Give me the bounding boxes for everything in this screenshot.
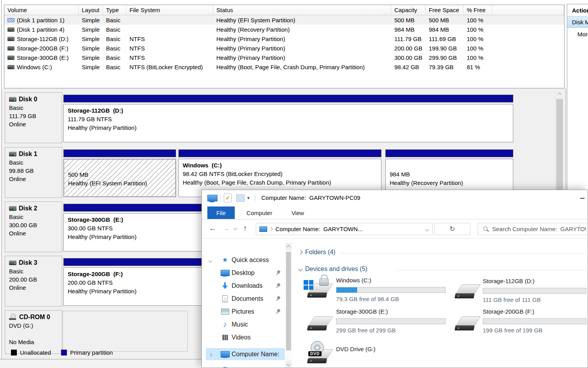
- tab-file[interactable]: File: [207, 206, 235, 219]
- sidebar-item-videos[interactable]: Videos: [202, 331, 285, 343]
- refresh-button[interactable]: ↻: [434, 223, 470, 235]
- tab-computer[interactable]: Computer: [240, 206, 279, 219]
- recent-locations-dropdown-icon[interactable]: [234, 226, 237, 230]
- disk-header-disk3[interactable]: Disk 3 Basic 200.00 GB Online: [5, 256, 62, 307]
- volume-row[interactable]: Storage-112GB (D:) Simple Basic NTFS Hea…: [4, 34, 564, 43]
- up-button[interactable]: ↑: [243, 224, 247, 233]
- partition-info: 500 MB Healthy (EFI System Partition): [63, 159, 176, 197]
- volume-fs: [126, 25, 213, 34]
- column-header-capacity[interactable]: Capacity: [391, 5, 426, 15]
- separator: [220, 195, 220, 201]
- disk-icon: [9, 260, 16, 265]
- sidebar-item-desktop[interactable]: Desktop: [202, 267, 285, 279]
- back-button[interactable]: ←: [209, 224, 216, 233]
- disk-header-cdrom0[interactable]: CD-ROM 0 DVD (G:) No Media: [5, 310, 62, 354]
- bitlocker-lock-icon: [319, 278, 329, 286]
- disk-header-disk2[interactable]: Disk 2 Basic 300.00 GB Online: [5, 201, 62, 252]
- this-pc-icon[interactable]: [207, 195, 218, 201]
- cdrom-media-area[interactable]: [63, 311, 188, 352]
- disk-type: Basic: [9, 213, 59, 221]
- chevron-right-icon: [298, 250, 302, 254]
- volume-pct-free: 100 %: [464, 34, 492, 43]
- title-bar[interactable]: ✓ ▾ Computer Name: GARYTOWN-PC09: [202, 190, 588, 206]
- column-header-freespace[interactable]: Free Space: [426, 5, 464, 15]
- disk-header-disk1[interactable]: Disk 1 Basic 99.88 GB Online: [5, 147, 62, 198]
- volume-layout: Simple: [79, 62, 103, 72]
- column-header-type[interactable]: Type: [103, 5, 126, 15]
- column-header-volume[interactable]: Volume: [4, 5, 79, 15]
- disk-status: Online: [9, 284, 59, 292]
- sidebar-item-network-partial[interactable]: [202, 364, 285, 368]
- address-dropdown-icon[interactable]: [425, 228, 429, 232]
- scrollbar-up-button[interactable]: [556, 91, 564, 98]
- breadcrumb[interactable]: Computer Name: GARYTOWN...: [275, 226, 363, 232]
- disk-volume-icon: [7, 46, 14, 50]
- efi-volume-icon: [7, 18, 14, 22]
- volume-row[interactable]: (Disk 1 partition 1) Simple Basic Health…: [4, 15, 564, 25]
- tab-view[interactable]: View: [286, 206, 310, 219]
- disk-header-disk0[interactable]: Disk 0 Basic 111.79 GB Online: [5, 92, 62, 143]
- sidebar-scrollbar[interactable]: [285, 243, 292, 368]
- column-header-filesystem[interactable]: File System: [126, 5, 213, 15]
- group-header-folders[interactable]: Folders (4): [299, 249, 335, 256]
- partition-size: 500 MB: [68, 171, 171, 179]
- partition-storage-112gb-d[interactable]: Storage-112GB (D:) 111.79 GB NTFS Health…: [63, 95, 513, 142]
- sidebar-item-label: Downloads: [232, 282, 263, 289]
- partition-efi-system[interactable]: 500 MB Healthy (EFI System Partition): [63, 149, 176, 197]
- volume-row[interactable]: Windows (C:) Simple Basic NTFS (BitLocke…: [4, 62, 564, 72]
- this-pc-icon: [259, 226, 267, 232]
- cdrom-icon: [9, 314, 17, 320]
- volume-row[interactable]: (Disk 1 partition 4) Simple Basic Health…: [4, 25, 564, 34]
- capacity-bar: [336, 287, 446, 293]
- disk-status: Online: [9, 175, 59, 183]
- volume-layout: Simple: [79, 53, 103, 62]
- scrollbar-thumb[interactable]: [286, 252, 291, 350]
- chevron-down-icon: [298, 267, 302, 271]
- column-header-status[interactable]: Status: [213, 5, 391, 15]
- column-header-filler: [492, 5, 564, 15]
- quick-access-toolbar-dropdown-icon[interactable]: ▾: [247, 195, 250, 201]
- disk-status: Online: [9, 229, 59, 237]
- sidebar-item-downloads[interactable]: Downloads: [202, 280, 285, 292]
- column-header-pctfree[interactable]: % Free: [464, 5, 492, 15]
- group-label: Devices and drives (5): [305, 266, 367, 273]
- actions-pane-title: Actions: [567, 4, 588, 16]
- primary-partition-color-bar: [63, 95, 513, 102]
- actions-disk-management-item[interactable]: Disk Management: [567, 16, 588, 28]
- new-folder-icon[interactable]: [236, 194, 245, 202]
- group-header-devices-and-drives[interactable]: Devices and drives (5): [299, 266, 367, 273]
- scrollbar-down-button[interactable]: [285, 361, 292, 368]
- chevron-right-icon[interactable]: [209, 353, 212, 357]
- drive-name: Storage-300GB (E:): [336, 308, 388, 315]
- address-bar[interactable]: Computer Name: GARYTOWN...: [256, 223, 433, 235]
- scrollbar-up-button[interactable]: [285, 243, 292, 251]
- properties-check-icon[interactable]: ✓: [224, 194, 232, 203]
- volume-row[interactable]: Storage-200GB (F:) Simple Basic NTFS Hea…: [4, 43, 564, 53]
- sidebar-item-documents[interactable]: Documents: [202, 293, 285, 305]
- volume-type: Basic: [103, 34, 126, 43]
- disk-type: Basic: [9, 104, 59, 112]
- sidebar-item-music[interactable]: ♪ Music: [202, 318, 285, 330]
- forward-button[interactable]: →: [222, 224, 230, 233]
- drive-free-text: 199 GB free of 199 GB: [483, 327, 543, 334]
- chevron-down-icon[interactable]: [209, 258, 212, 262]
- column-header-layout[interactable]: Layout: [79, 5, 103, 15]
- desktop-icon: [221, 270, 230, 276]
- volume-layout: Simple: [79, 43, 103, 53]
- screen: Volume Layout Type File System Status Ca…: [0, 0, 588, 368]
- partition-legend: Unallocated Primary partition: [11, 349, 113, 356]
- volume-row[interactable]: Storage-300GB (E:) Simple Basic NTFS Hea…: [4, 53, 564, 62]
- search-box[interactable]: [478, 223, 588, 235]
- capacity-bar: [336, 318, 446, 324]
- file-explorer-window: ✓ ▾ Computer Name: GARYTOWN-PC09 File Co…: [201, 190, 588, 368]
- sidebar-item-computer-name[interactable]: Computer Name:: [206, 348, 285, 360]
- volume-capacity: 111.79 GB: [391, 34, 426, 43]
- sidebar-item-quick-access[interactable]: ★ Quick access: [202, 254, 285, 266]
- disk-icon: [9, 206, 16, 211]
- actions-more-actions-item[interactable]: More Actions: [567, 28, 588, 38]
- sidebar-item-pictures[interactable]: Pictures: [202, 305, 285, 318]
- search-input[interactable]: [491, 223, 587, 235]
- breadcrumb-chevron-icon[interactable]: [269, 227, 273, 231]
- volume-fs: NTFS: [126, 34, 213, 43]
- minimize-button[interactable]: [580, 198, 584, 199]
